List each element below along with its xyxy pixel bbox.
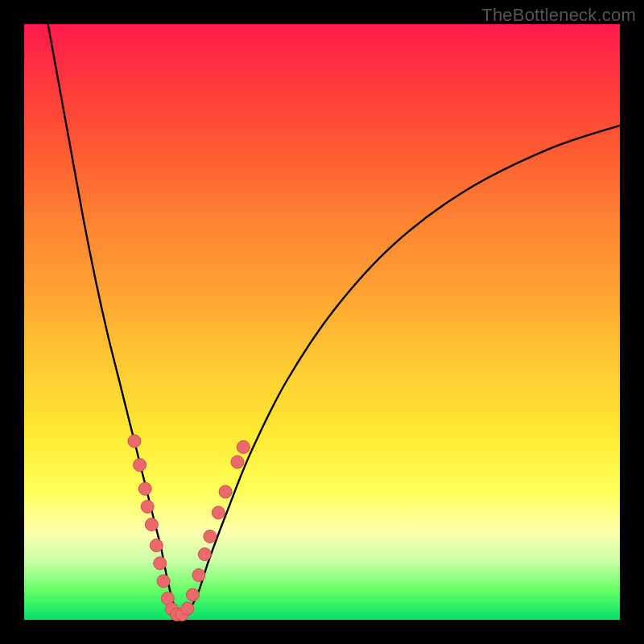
highlight-dot — [186, 588, 199, 601]
highlight-dot — [219, 485, 232, 498]
highlight-dot — [154, 557, 167, 570]
highlight-dot — [181, 602, 194, 615]
highlight-dot — [138, 482, 151, 495]
highlight-dot — [128, 435, 141, 448]
highlight-dot — [150, 539, 163, 552]
highlight-dot — [192, 569, 205, 582]
highlight-dot — [198, 548, 211, 561]
watermark-text: TheBottleneck.com — [481, 5, 636, 26]
highlight-dot — [134, 459, 147, 472]
highlight-dot — [141, 500, 154, 513]
chart-svg — [24, 24, 620, 620]
highlight-dots-group — [128, 435, 250, 621]
highlight-dot — [157, 575, 170, 588]
highlight-dot — [237, 440, 250, 453]
plot-area — [24, 24, 620, 620]
highlight-dot — [231, 456, 244, 469]
highlight-dot — [145, 518, 158, 531]
highlight-dot — [212, 506, 225, 519]
highlight-dot — [204, 530, 217, 543]
bottleneck-curve — [48, 24, 620, 616]
chart-frame: TheBottleneck.com — [0, 0, 644, 644]
